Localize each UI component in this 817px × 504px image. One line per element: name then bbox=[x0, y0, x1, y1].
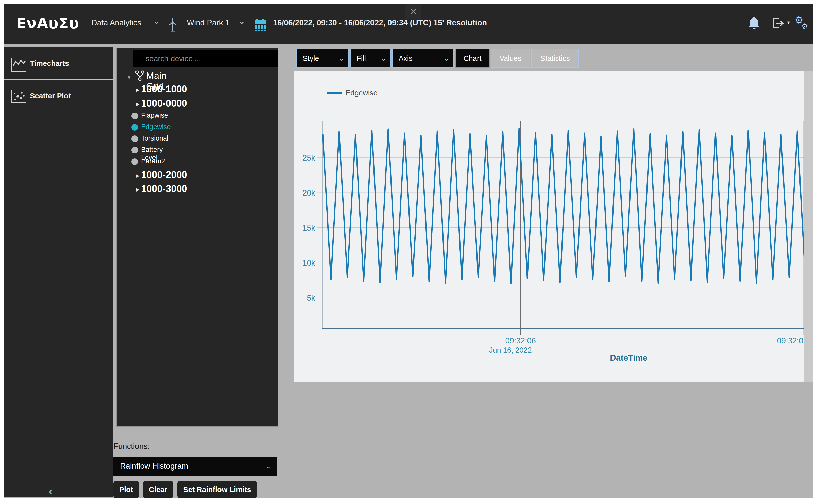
plot-button[interactable]: Plot bbox=[113, 481, 139, 498]
tree-node-device[interactable]: ▸ 1000-2000 bbox=[141, 169, 187, 182]
axis-select-label: Axis bbox=[399, 54, 413, 62]
y-tick-label: 15k bbox=[302, 223, 315, 232]
chevron-down-icon: ⌄ bbox=[339, 49, 344, 67]
tree-node-device[interactable]: ▸ 1000-3000 bbox=[141, 183, 187, 196]
tab-statistics[interactable]: Statistics bbox=[531, 49, 579, 68]
param-bullet-icon bbox=[131, 124, 138, 131]
function-select-value: Rainflow Histogram bbox=[120, 462, 188, 471]
timecharts-icon bbox=[11, 57, 26, 73]
y-tick-label: 25k bbox=[302, 153, 315, 162]
axis-select[interactable]: Axis ⌄ bbox=[392, 49, 454, 68]
legend-label[interactable]: Edgewise bbox=[346, 89, 378, 97]
expand-arrow-icon[interactable]: ▸ bbox=[136, 86, 139, 93]
tree-node-label: 1000-2000 bbox=[141, 169, 187, 180]
timechart-canvas[interactable]: 5k10k15k20k25k09:32:06Jun 16, 202209:32:… bbox=[294, 71, 813, 382]
fill-select[interactable]: Fill ⌄ bbox=[350, 49, 391, 68]
app-menu-chevron-down-icon[interactable]: ⌄ bbox=[153, 17, 160, 26]
date-range-label[interactable]: 16/06/2022, 09:30 - 16/06/2022, 09:34 (U… bbox=[273, 18, 487, 27]
sidebar-collapse-chevron-icon[interactable]: ‹ bbox=[49, 485, 53, 498]
param-bullet-icon bbox=[131, 147, 138, 153]
timechart-panel: 5k10k15k20k25k09:32:06Jun 16, 202209:32:… bbox=[294, 71, 813, 382]
set-rainflow-limits-button[interactable]: Set Rainflow Limits bbox=[177, 481, 257, 498]
tree-node-label: 1000-1000 bbox=[141, 84, 187, 94]
grid-branch-icon bbox=[134, 70, 145, 82]
active-tab-underline bbox=[4, 79, 113, 80]
style-select-label: Style bbox=[303, 54, 319, 62]
sidebar-item-scatter-plot[interactable]: Scatter Plot bbox=[4, 82, 113, 112]
app-menu[interactable]: Data Analytics bbox=[91, 18, 141, 27]
y-tick-label: 10k bbox=[302, 258, 315, 267]
param-bullet-icon bbox=[131, 158, 138, 165]
expand-arrow-icon[interactable]: ▸ bbox=[136, 172, 139, 179]
sidebar-item-timecharts[interactable]: Timecharts bbox=[4, 49, 113, 79]
tab-chart[interactable]: Chart bbox=[455, 49, 490, 68]
tree-node-label: 1000-3000 bbox=[141, 183, 187, 194]
sidebar-divider bbox=[4, 111, 113, 111]
param-label: Edgewise bbox=[141, 123, 171, 131]
y-tick-label: 20k bbox=[302, 188, 315, 197]
right-edge-strip bbox=[804, 71, 813, 382]
expand-arrow-icon[interactable]: ▸ bbox=[136, 100, 139, 108]
chevron-down-icon: ⌄ bbox=[381, 49, 386, 67]
tab-label: Chart bbox=[464, 54, 482, 62]
param-label: Torsional bbox=[141, 134, 168, 142]
header-bar: ΕνΑυΣυ Data Analytics ⌄ Wind Park 1 ⌄ bbox=[4, 4, 813, 44]
style-select[interactable]: Style ⌄ bbox=[296, 49, 349, 68]
tree-bullet-icon bbox=[128, 76, 130, 79]
app-root: ΕνΑυΣυ Data Analytics ⌄ Wind Park 1 ⌄ bbox=[0, 0, 817, 504]
param-bullet-icon bbox=[131, 135, 138, 142]
fill-select-label: Fill bbox=[356, 54, 366, 62]
tab-values[interactable]: Values bbox=[491, 49, 530, 68]
settings-gears-icon[interactable]: ⚙ ⚙ bbox=[795, 15, 811, 31]
plot-background bbox=[294, 71, 813, 382]
tab-label: Values bbox=[500, 54, 522, 62]
functions-label: Functions: bbox=[113, 442, 150, 451]
logout-caret-down-icon[interactable]: ▾ bbox=[787, 19, 790, 26]
scatter-plot-icon bbox=[11, 89, 26, 105]
device-tree-panel: Main Grid ▸ 1000-1000 ▸ 1000-0000 Flapwi… bbox=[116, 48, 278, 427]
chevron-down-icon: ⌄ bbox=[444, 49, 449, 67]
param-bullet-icon bbox=[131, 113, 138, 119]
park-menu-chevron-down-icon[interactable]: ⌄ bbox=[239, 17, 245, 26]
tree-node-device[interactable]: ▸ 1000-1000 bbox=[141, 84, 187, 96]
svg-text:⚙: ⚙ bbox=[801, 22, 808, 30]
tree-node-device[interactable]: ▸ 1000-0000 bbox=[141, 98, 187, 110]
wind-turbine-icon bbox=[166, 18, 179, 33]
sidebar-item-label: Scatter Plot bbox=[30, 92, 71, 100]
app-logo: ΕνΑυΣυ bbox=[16, 15, 79, 32]
park-menu[interactable]: Wind Park 1 bbox=[187, 18, 230, 27]
close-icon[interactable]: ✕ bbox=[405, 4, 421, 19]
tab-label: Statistics bbox=[540, 54, 570, 62]
clear-button[interactable]: Clear bbox=[143, 481, 173, 498]
logout-icon[interactable] bbox=[772, 17, 785, 31]
param-label: Flapwise bbox=[141, 112, 168, 119]
x-tick-label: 09:32:0 bbox=[777, 336, 803, 345]
left-sidebar: Timecharts Scatter Plot ‹ bbox=[4, 47, 113, 497]
x-axis-title: DateTime bbox=[610, 353, 648, 362]
expand-arrow-icon[interactable]: ▸ bbox=[136, 186, 139, 193]
function-select[interactable]: Rainflow Histogram ⌄ bbox=[113, 457, 277, 476]
param-label: Param2 bbox=[141, 157, 165, 165]
tree-node-label: 1000-0000 bbox=[141, 98, 187, 109]
sidebar-item-label: Timecharts bbox=[30, 59, 69, 68]
calendar-icon[interactable] bbox=[254, 18, 267, 32]
x-tick-sublabel: Jun 16, 2022 bbox=[489, 346, 532, 354]
y-tick-label: 5k bbox=[307, 293, 315, 302]
notifications-bell-icon[interactable] bbox=[747, 16, 761, 32]
x-tick-label: 09:32:06 bbox=[505, 336, 536, 345]
chevron-down-icon: ⌄ bbox=[266, 457, 271, 476]
search-input[interactable] bbox=[133, 50, 278, 67]
